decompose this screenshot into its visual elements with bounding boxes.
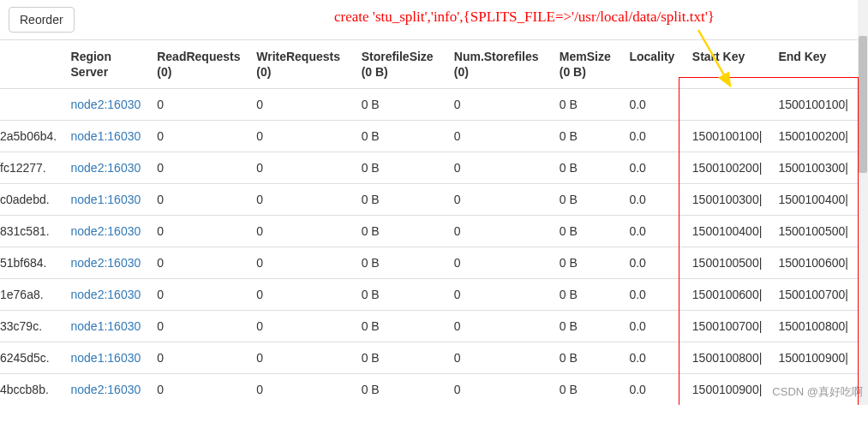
cell-name: 1e76a8. xyxy=(0,279,64,311)
cell-storefile-size: 0 B xyxy=(355,89,447,121)
cell-server: node2:16030 xyxy=(64,374,151,406)
cell-name: fc12277. xyxy=(0,152,64,184)
cell-write-requests: 0 xyxy=(249,121,354,152)
cell-locality: 0.0 xyxy=(622,374,685,406)
cell-server: node2:16030 xyxy=(64,89,151,121)
cell-storefile-size: 0 B xyxy=(355,311,447,342)
cell-storefile-size: 0 B xyxy=(355,121,447,152)
cell-read-requests: 0 xyxy=(150,374,249,406)
cell-read-requests: 0 xyxy=(150,311,249,342)
table-header-row: Region Server ReadRequests (0) WriteRequ… xyxy=(0,40,858,89)
server-link[interactable]: node2:16030 xyxy=(71,383,141,396)
cell-name: 4bccb8b. xyxy=(0,374,64,406)
server-link[interactable]: node2:16030 xyxy=(71,256,141,270)
cell-num-storefiles: 0 xyxy=(447,121,553,152)
cell-mem-size: 0 B xyxy=(553,279,623,311)
server-link[interactable]: node1:16030 xyxy=(71,129,141,143)
col-write-requests-header: WriteRequests (0) xyxy=(249,40,354,89)
cell-server: node2:16030 xyxy=(64,279,151,311)
server-link[interactable]: node2:16030 xyxy=(71,224,141,238)
server-link[interactable]: node1:16030 xyxy=(71,319,141,333)
cell-start-key: 1500100600| xyxy=(685,279,772,311)
cell-write-requests: 0 xyxy=(249,216,354,247)
cell-mem-size: 0 B xyxy=(553,311,623,342)
cell-start-key: 1500100800| xyxy=(685,342,772,374)
cell-server: node1:16030 xyxy=(64,184,151,216)
cell-name: 6245d5c. xyxy=(0,342,64,374)
cell-mem-size: 0 B xyxy=(553,89,623,121)
cell-write-requests: 0 xyxy=(249,152,354,184)
cell-end-key: 1500100800| xyxy=(771,311,858,342)
server-link[interactable]: node2:16030 xyxy=(71,288,141,301)
cell-name: 831c581. xyxy=(0,216,64,247)
cell-locality: 0.0 xyxy=(622,216,685,247)
cell-end-key: 1500100700| xyxy=(771,279,858,311)
table-row: 4bccb8b.node2:16030000 B00 B0.0150010090… xyxy=(0,374,858,406)
table-row: 33c79c.node1:16030000 B00 B0.01500100700… xyxy=(0,311,858,342)
table-row: node2:16030000 B00 B0.01500100100| xyxy=(0,89,858,121)
cell-start-key: 1500100400| xyxy=(685,216,772,247)
col-read-requests-header: ReadRequests (0) xyxy=(150,40,249,89)
cell-write-requests: 0 xyxy=(249,279,354,311)
cell-storefile-size: 0 B xyxy=(355,216,447,247)
table-row: 831c581.node2:16030000 B00 B0.0150010040… xyxy=(0,216,858,247)
table-row: fc12277.node2:16030000 B00 B0.0150010020… xyxy=(0,152,858,184)
cell-start-key: 1500100500| xyxy=(685,247,772,279)
cell-read-requests: 0 xyxy=(150,121,249,152)
cell-locality: 0.0 xyxy=(622,342,685,374)
cell-read-requests: 0 xyxy=(150,184,249,216)
cell-read-requests: 0 xyxy=(150,89,249,121)
cell-end-key: 1500100600| xyxy=(771,247,858,279)
cell-end-key: 1500100100| xyxy=(771,89,858,121)
cell-mem-size: 0 B xyxy=(553,121,623,152)
cell-mem-size: 0 B xyxy=(553,216,623,247)
cell-storefile-size: 0 B xyxy=(355,279,447,311)
cell-num-storefiles: 0 xyxy=(447,342,553,374)
cell-start-key: 1500100900| xyxy=(685,374,772,406)
cell-read-requests: 0 xyxy=(150,279,249,311)
col-end-key-header: End Key xyxy=(771,40,858,89)
cell-locality: 0.0 xyxy=(622,89,685,121)
server-link[interactable]: node1:16030 xyxy=(71,193,141,206)
scrollbar-thumb[interactable] xyxy=(859,36,867,173)
toolbar: Reorder create 'stu_split','info',{SPLIT… xyxy=(0,0,858,40)
cell-end-key: 1500100400| xyxy=(771,184,858,216)
cell-start-key: 1500100100| xyxy=(685,121,772,152)
cell-server: node2:16030 xyxy=(64,152,151,184)
cell-num-storefiles: 0 xyxy=(447,216,553,247)
cell-name xyxy=(0,89,64,121)
cell-mem-size: 0 B xyxy=(553,152,623,184)
cell-mem-size: 0 B xyxy=(553,184,623,216)
table-row: c0adebd.node1:16030000 B00 B0.0150010030… xyxy=(0,184,858,216)
cell-end-key: 1500100200| xyxy=(771,121,858,152)
reorder-button[interactable]: Reorder xyxy=(9,7,75,33)
cell-read-requests: 0 xyxy=(150,342,249,374)
cell-server: node2:16030 xyxy=(64,247,151,279)
cell-storefile-size: 0 B xyxy=(355,247,447,279)
table-row: 1e76a8.node2:16030000 B00 B0.01500100600… xyxy=(0,279,858,311)
cell-write-requests: 0 xyxy=(249,184,354,216)
col-mem-size-header: MemSize (0 B) xyxy=(553,40,623,89)
col-num-storefiles-header: Num.Storefiles (0) xyxy=(447,40,553,89)
server-link[interactable]: node2:16030 xyxy=(71,161,141,175)
cell-mem-size: 0 B xyxy=(553,342,623,374)
command-annotation: create 'stu_split','info',{SPLITS_FILE=>… xyxy=(334,9,715,26)
cell-write-requests: 0 xyxy=(249,342,354,374)
cell-server: node1:16030 xyxy=(64,342,151,374)
scrollbar[interactable] xyxy=(858,0,868,405)
cell-start-key xyxy=(685,89,772,121)
cell-num-storefiles: 0 xyxy=(447,184,553,216)
cell-name: 33c79c. xyxy=(0,311,64,342)
cell-end-key: 1500100500| xyxy=(771,216,858,247)
server-link[interactable]: node1:16030 xyxy=(71,351,141,365)
watermark: CSDN @真好吃啊 xyxy=(772,384,863,400)
server-link[interactable]: node2:16030 xyxy=(71,98,141,111)
col-locality-header: Locality xyxy=(622,40,685,89)
cell-server: node1:16030 xyxy=(64,121,151,152)
cell-storefile-size: 0 B xyxy=(355,342,447,374)
cell-locality: 0.0 xyxy=(622,121,685,152)
cell-write-requests: 0 xyxy=(249,247,354,279)
cell-num-storefiles: 0 xyxy=(447,89,553,121)
cell-name: 2a5b06b4. xyxy=(0,121,64,152)
cell-locality: 0.0 xyxy=(622,279,685,311)
